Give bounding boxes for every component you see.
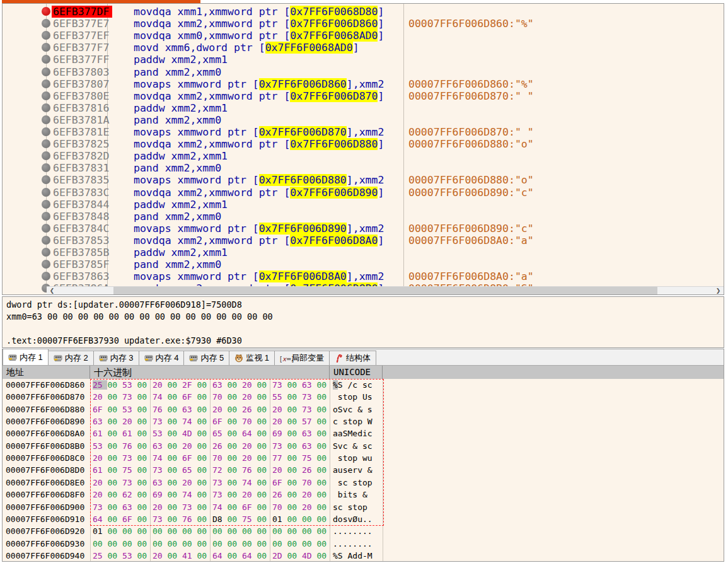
dump-row[interactable]: 00007FF6F006D89063 00 20 0073 00 74 006F… — [3, 415, 724, 427]
hex-byte[interactable]: 00 — [316, 465, 326, 475]
disasm-row[interactable]: 6EFB3784Cmovaps xmmword ptr [0x7FF6F006D… — [3, 223, 724, 235]
hex-byte[interactable]: 00 — [167, 441, 182, 451]
hex-byte[interactable]: 00 — [227, 490, 241, 499]
hex-byte[interactable]: 6F — [182, 453, 197, 463]
hex-byte[interactable]: 72 — [212, 465, 227, 475]
hex-byte[interactable]: 73 — [302, 405, 316, 414]
hex-byte[interactable]: 00 — [227, 478, 241, 487]
disasm-row[interactable]: 6EFB3781Emovaps xmmword ptr [0x7FF6F006D… — [3, 126, 724, 138]
hex-byte[interactable]: 00 — [257, 526, 267, 536]
horizontal-scrollbar[interactable]: ❮ ❯ — [47, 286, 724, 294]
hex-byte[interactable]: 6F — [182, 392, 197, 402]
hex-byte[interactable]: 74 — [182, 417, 197, 426]
hex-byte[interactable]: 73 — [122, 478, 137, 487]
disasm-row[interactable]: 6EFB3785Fpand xmm2,xmm0 — [3, 258, 724, 270]
hex-byte[interactable]: 73 — [272, 380, 287, 390]
dump-unicode-text[interactable]: stop wu — [333, 452, 373, 464]
breakpoint-icon[interactable] — [42, 91, 50, 100]
hex-byte[interactable]: 00 — [316, 526, 326, 536]
hex-byte[interactable]: 00 — [227, 441, 241, 451]
hex-byte[interactable]: 20 — [153, 380, 167, 390]
breakpoint-icon[interactable] — [42, 200, 50, 209]
hex-byte[interactable]: 64 — [93, 514, 107, 524]
hex-byte[interactable]: 00 — [107, 453, 122, 463]
hex-byte[interactable]: 00 — [316, 539, 326, 548]
hex-byte[interactable]: 00 — [257, 502, 267, 512]
hex-byte[interactable]: 00 — [167, 405, 182, 414]
hex-byte[interactable]: 00 — [316, 490, 326, 499]
dump-row[interactable]: 00007FF6F006D90073 00 63 0020 00 73 0074… — [3, 501, 724, 513]
hex-byte[interactable]: 00 — [257, 392, 267, 402]
hex-byte[interactable]: 00 — [257, 453, 267, 463]
dump-unicode-text[interactable]: oSvc & s — [333, 403, 373, 415]
hex-byte[interactable]: 00 — [302, 539, 316, 548]
hex-byte[interactable]: D8 — [212, 514, 227, 524]
hex-byte[interactable]: 00 — [137, 502, 147, 512]
dump-unicode-text[interactable]: ........ — [333, 525, 373, 537]
hex-byte[interactable]: 73 — [212, 478, 227, 487]
breakpoint-icon[interactable] — [42, 55, 50, 64]
hex-byte[interactable]: 2D — [272, 551, 287, 560]
hex-byte[interactable]: 74 — [242, 478, 257, 487]
hex-byte[interactable]: 00 — [137, 539, 147, 548]
disasm-row[interactable]: 6EFB37844paddw xmm2,xmm1 — [3, 199, 724, 211]
hex-byte[interactable]: 69 — [272, 429, 287, 438]
dump-unicode-text[interactable]: c stop W — [333, 415, 373, 427]
hex-byte[interactable]: 00 — [287, 441, 301, 451]
hex-byte[interactable]: 00 — [197, 465, 207, 475]
disasm-row[interactable]: 6EFB37831pand xmm2,xmm0 — [3, 162, 724, 174]
hex-byte[interactable]: 00 — [197, 539, 207, 548]
hex-byte[interactable]: 63 — [302, 380, 316, 390]
breakpoint-icon[interactable] — [42, 115, 50, 124]
hex-byte[interactable]: 00 — [287, 380, 301, 390]
dump-unicode-text[interactable]: %S /c sc — [333, 379, 373, 391]
disasm-row[interactable]: 6EFB37816paddw xmm2,xmm1 — [3, 102, 724, 114]
hex-byte[interactable]: 73 — [122, 453, 137, 463]
breakpoint-icon[interactable] — [42, 236, 50, 245]
hex-byte[interactable]: 63 — [93, 417, 107, 426]
breakpoint-icon[interactable] — [42, 79, 50, 88]
scrollbar-thumb[interactable] — [113, 287, 657, 294]
hex-byte[interactable]: 00 — [227, 514, 241, 524]
hex-byte[interactable]: 63 — [212, 380, 227, 390]
hex-byte[interactable]: 64 — [212, 551, 227, 560]
hex-byte[interactable]: 76 — [182, 514, 197, 524]
tab-内存-4[interactable]: 内存 4 — [139, 351, 185, 365]
hex-byte[interactable]: 00 — [287, 539, 301, 548]
breakpoint-icon[interactable] — [42, 67, 50, 76]
hex-byte[interactable]: 65 — [182, 465, 197, 475]
hex-byte[interactable]: 00 — [227, 539, 241, 548]
hex-byte[interactable]: 00 — [257, 514, 267, 524]
breakpoint-icon[interactable] — [42, 19, 50, 28]
tab-内存-3[interactable]: 内存 3 — [93, 351, 139, 365]
hex-byte[interactable]: 00 — [257, 539, 267, 548]
hex-byte[interactable]: 00 — [137, 453, 147, 463]
hex-byte[interactable]: 25 — [93, 380, 107, 390]
hex-byte[interactable]: 00 — [227, 392, 241, 402]
hex-byte[interactable]: 00 — [107, 441, 122, 451]
hex-byte[interactable]: 20 — [302, 502, 316, 512]
hex-byte[interactable]: 00 — [287, 405, 301, 414]
disasm-row[interactable]: 6EFB37825movdqa xmm2,xmmword ptr [0x7FF6… — [3, 138, 724, 150]
hex-byte[interactable]: 00 — [153, 526, 167, 536]
hex-byte[interactable]: 00 — [182, 526, 197, 536]
hex-byte[interactable]: 00 — [107, 526, 122, 536]
hex-byte[interactable]: 00 — [107, 478, 122, 487]
hex-byte[interactable]: 00 — [316, 441, 326, 451]
disasm-row[interactable]: 6EFB37803pand xmm2,xmm0 — [3, 66, 724, 78]
hex-byte[interactable]: 20 — [153, 551, 167, 560]
hex-byte[interactable]: 73 — [212, 490, 227, 499]
dump-row[interactable]: 00007FF6F006D8C020 00 73 0074 00 6F 0070… — [3, 452, 724, 464]
hex-byte[interactable]: 00 — [107, 392, 122, 402]
hex-byte[interactable]: 00 — [227, 380, 241, 390]
hex-byte[interactable]: 20 — [242, 392, 257, 402]
hex-byte[interactable]: 70 — [302, 478, 316, 487]
hex-byte[interactable]: 00 — [167, 502, 182, 512]
hex-byte[interactable]: 53 — [93, 441, 107, 451]
dump-unicode-text[interactable]: auserv & — [333, 464, 373, 476]
hex-byte[interactable]: 00 — [227, 417, 241, 426]
hex-byte[interactable]: 00 — [227, 551, 241, 560]
hex-byte[interactable]: 4D — [182, 429, 197, 438]
hex-byte[interactable]: 00 — [287, 429, 301, 438]
dump-unicode-text[interactable]: sc stop — [333, 477, 373, 489]
